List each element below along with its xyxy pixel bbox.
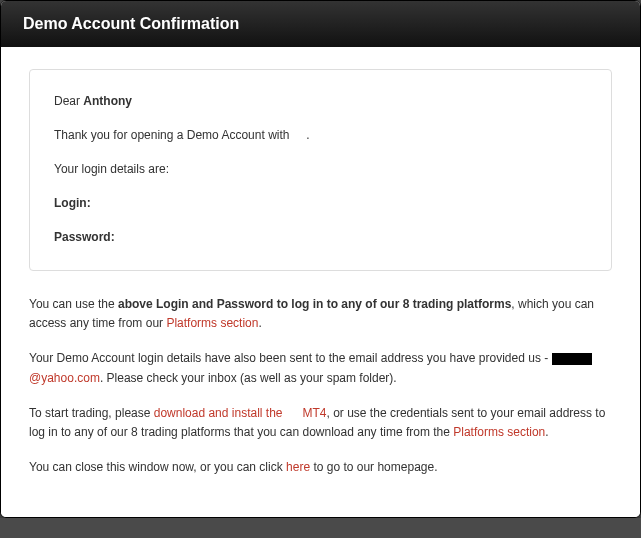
email-redacted xyxy=(552,353,592,365)
password-row: Password: xyxy=(54,228,587,246)
login-details-box: Dear Anthony Thank you for opening a Dem… xyxy=(29,69,612,271)
modal-title: Demo Account Confirmation xyxy=(23,15,239,32)
login-row: Login: xyxy=(54,194,587,212)
greeting-prefix: Dear xyxy=(54,94,83,108)
confirmation-modal: Demo Account Confirmation Dear Anthony T… xyxy=(0,0,641,518)
email-visible: @yahoo.com xyxy=(29,371,100,385)
p1-suffix: . xyxy=(258,316,261,330)
login-details-intro: Your login details are: xyxy=(54,160,587,178)
p2-suffix: . Please check your inbox (as well as yo… xyxy=(100,371,397,385)
paragraph-download: To start trading, please download and in… xyxy=(29,404,612,442)
paragraph-email: Your Demo Account login details have als… xyxy=(29,349,612,387)
thank-you-line: Thank you for opening a Demo Account wit… xyxy=(54,126,587,144)
login-label: Login: xyxy=(54,196,91,210)
p4-prefix: You can close this window now, or you ca… xyxy=(29,460,286,474)
p3-prefix: To start trading, please xyxy=(29,406,154,420)
paragraph-close: You can close this window now, or you ca… xyxy=(29,458,612,477)
platforms-section-link[interactable]: Platforms section xyxy=(166,316,258,330)
modal-header: Demo Account Confirmation xyxy=(1,1,640,47)
thank-you-suffix: . xyxy=(306,128,309,142)
paragraph-platforms: You can use the above Login and Password… xyxy=(29,295,612,333)
broker-name-blank xyxy=(293,128,306,142)
body-content: You can use the above Login and Password… xyxy=(29,295,612,477)
platforms-section-link-2[interactable]: Platforms section xyxy=(453,425,545,439)
download-mt4-link[interactable]: download and install the MT4 xyxy=(154,406,327,420)
thank-you-text: Thank you for opening a Demo Account wit… xyxy=(54,128,293,142)
recipient-name: Anthony xyxy=(83,94,132,108)
greeting-line: Dear Anthony xyxy=(54,92,587,110)
p1-prefix: You can use the xyxy=(29,297,118,311)
homepage-link[interactable]: here xyxy=(286,460,310,474)
p3-link1-text: download and install the xyxy=(154,406,286,420)
p1-bold: above Login and Password to log in to an… xyxy=(118,297,511,311)
password-label: Password: xyxy=(54,230,115,244)
modal-body: Dear Anthony Thank you for opening a Dem… xyxy=(1,47,640,517)
p4-suffix: to go to our homepage. xyxy=(310,460,437,474)
p3-suffix: . xyxy=(545,425,548,439)
p2-prefix: Your Demo Account login details have als… xyxy=(29,351,552,365)
p3-link1-suffix: MT4 xyxy=(299,406,326,420)
p3-link1-gap xyxy=(286,406,299,420)
